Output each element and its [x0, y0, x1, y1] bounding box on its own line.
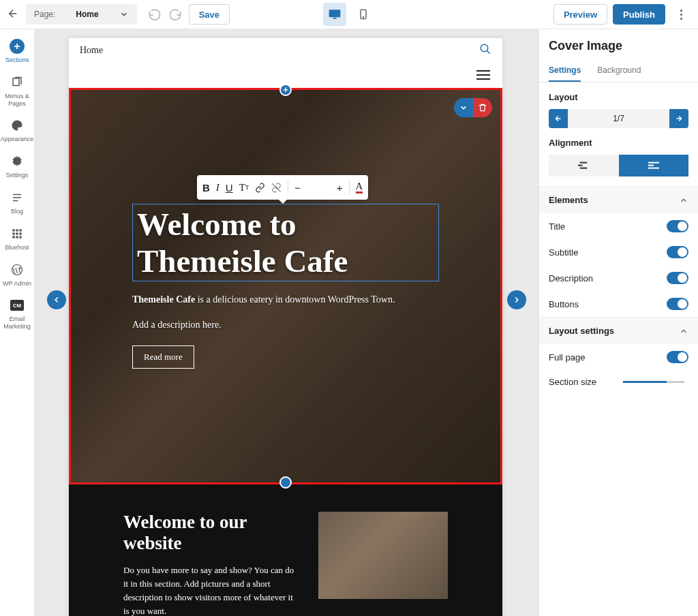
chevron-up-icon — [679, 326, 688, 336]
plus-icon — [12, 42, 22, 51]
save-button[interactable]: Save — [189, 4, 230, 25]
layout-settings-group[interactable]: Layout settings — [539, 317, 698, 344]
element-title-row: Title — [539, 213, 698, 239]
text-toolbar: B I U TT − 100% + A — [197, 175, 368, 200]
hamburger-menu[interactable] — [476, 70, 490, 80]
section-size-slider[interactable] — [623, 378, 688, 387]
link-icon — [255, 183, 265, 193]
site-title: Home — [80, 45, 103, 56]
section-next[interactable] — [507, 290, 526, 309]
left-sidebar: Sections Menus & Pages Appearance Settin… — [0, 29, 35, 616]
elements-group[interactable]: Elements — [539, 186, 698, 213]
nav-wpadmin[interactable]: WP Admin — [0, 257, 34, 293]
svg-rect-24 — [648, 165, 654, 166]
svg-rect-23 — [648, 162, 659, 164]
unlink-icon — [271, 183, 282, 193]
textcase-button[interactable]: TT — [239, 182, 249, 194]
back-button[interactable] — [7, 7, 19, 22]
nav-email-marketing[interactable]: CM Email Marketing — [0, 292, 34, 336]
svg-rect-17 — [19, 236, 21, 238]
cover-readmore-button[interactable]: Read more — [132, 345, 194, 369]
canvas-area: Home B I U TT — [35, 29, 538, 616]
preview-button[interactable]: Preview — [553, 4, 607, 25]
unlink-button[interactable] — [271, 183, 282, 193]
svg-rect-9 — [12, 229, 14, 231]
section-prev[interactable] — [47, 290, 66, 309]
svg-rect-10 — [16, 229, 18, 231]
nav-sections[interactable]: Sections — [0, 33, 34, 70]
toggle-title[interactable] — [667, 220, 688, 232]
cover-section[interactable]: B I U TT − 100% + A Welcome to Themeisle… — [69, 88, 502, 484]
text-color-button[interactable]: A — [356, 181, 363, 194]
element-subtitle-row: Subtitle — [539, 239, 698, 265]
trash-icon — [478, 103, 487, 112]
welcome-section[interactable]: Welcome to our website Do you have more … — [69, 484, 502, 616]
section2-body[interactable]: Do you have more to say and show? You ca… — [123, 564, 301, 616]
nav-menus-pages[interactable]: Menus & Pages — [0, 70, 34, 113]
cover-description[interactable]: Add a description here. — [132, 320, 439, 330]
device-desktop[interactable] — [323, 3, 346, 26]
element-buttons-row: Buttons — [539, 291, 698, 317]
resize-handle-bottom[interactable] — [279, 476, 292, 489]
tab-background[interactable]: Background — [597, 60, 641, 82]
nav-bluehost[interactable]: Bluehost — [0, 221, 34, 257]
layout-prev[interactable] — [549, 109, 568, 128]
search-button[interactable] — [479, 43, 491, 58]
page-selector[interactable]: Page: Home — [26, 4, 137, 25]
page-label-prefix: Page: — [34, 10, 55, 19]
nav-settings[interactable]: Settings — [0, 149, 34, 185]
publish-button[interactable]: Publish — [613, 4, 665, 25]
svg-rect-0 — [329, 10, 341, 17]
cm-icon: CM — [10, 300, 24, 311]
layout-next[interactable] — [669, 109, 688, 128]
bold-button[interactable]: B — [202, 182, 210, 194]
redo-icon[interactable] — [168, 7, 182, 21]
pages-icon — [11, 76, 23, 89]
more-menu[interactable] — [671, 4, 691, 25]
svg-rect-13 — [16, 232, 18, 234]
svg-rect-25 — [648, 168, 659, 169]
cover-title[interactable]: Welcome to Themeisle Cafe — [137, 206, 434, 279]
font-size-value: 100% — [307, 183, 331, 192]
undo-icon[interactable] — [148, 7, 162, 21]
cover-expand-action[interactable] — [454, 98, 473, 117]
nav-appearance[interactable]: Appearance — [0, 112, 34, 149]
svg-rect-21 — [578, 165, 583, 166]
toggle-subtitle[interactable] — [667, 246, 688, 258]
section2-heading[interactable]: Welcome to our website — [123, 512, 301, 554]
layout-pager: 1/7 — [549, 109, 688, 128]
cover-delete-action[interactable] — [473, 98, 492, 117]
svg-rect-11 — [19, 229, 21, 231]
tab-settings[interactable]: Settings — [549, 60, 581, 82]
nav-blog[interactable]: Blog — [0, 185, 34, 221]
chevron-down-icon — [119, 10, 129, 19]
element-description-row: Description — [539, 265, 698, 291]
toggle-description[interactable] — [667, 272, 688, 284]
wordpress-icon — [11, 264, 23, 276]
svg-rect-14 — [19, 232, 21, 234]
desktop-icon — [328, 7, 342, 21]
toggle-buttons[interactable] — [667, 298, 688, 310]
svg-rect-12 — [12, 232, 14, 234]
align-center[interactable] — [549, 155, 619, 176]
align-left[interactable] — [619, 155, 689, 176]
add-above-handle[interactable] — [279, 84, 292, 96]
svg-rect-4 — [13, 78, 19, 86]
link-button[interactable] — [255, 183, 265, 193]
device-mobile[interactable] — [352, 3, 375, 26]
underline-button[interactable]: U — [226, 182, 233, 194]
font-decrease[interactable]: − — [294, 182, 301, 194]
grid-icon — [12, 228, 22, 239]
font-increase[interactable]: + — [337, 182, 343, 194]
section2-image[interactable] — [318, 512, 448, 599]
svg-rect-20 — [580, 162, 588, 164]
cover-subtitle[interactable]: Themeisle Cafe is a delicious eatery in … — [132, 292, 439, 307]
align-center-icon — [578, 161, 589, 170]
italic-button[interactable]: I — [216, 182, 219, 194]
chevron-up-icon — [679, 196, 688, 205]
alignment-label: Alignment — [549, 138, 688, 148]
toggle-fullpage[interactable] — [667, 351, 688, 363]
svg-rect-16 — [16, 236, 18, 238]
cover-title-box[interactable]: Welcome to Themeisle Cafe — [132, 204, 439, 281]
top-toolbar: Page: Home Save Preview Publish — [0, 0, 698, 29]
